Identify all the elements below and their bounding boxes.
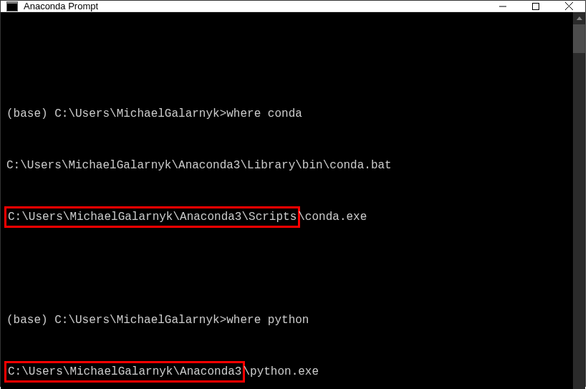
window-controls — [486, 1, 585, 11]
minimize-button[interactable] — [486, 1, 519, 11]
window-title: Anaconda Prompt — [24, 1, 486, 11]
highlighted-path: C:\Users\MichaelGalarnyk\Anaconda3 — [6, 363, 243, 380]
maximize-button[interactable] — [519, 1, 552, 11]
terminal-output[interactable]: (base) C:\Users\MichaelGalarnyk>where co… — [1, 12, 573, 389]
titlebar[interactable]: Anaconda Prompt — [1, 1, 585, 12]
svg-rect-1 — [533, 3, 539, 9]
window-frame: Anaconda Prompt (base) C:\Users\MichaelG… — [0, 0, 586, 387]
output-line: (base) C:\Users\MichaelGalarnyk>where co… — [6, 105, 567, 123]
scrollbar[interactable] — [573, 12, 585, 389]
prompt-text: (base) C:\Users\MichaelGalarnyk> — [6, 314, 226, 327]
command-text: where python — [226, 314, 309, 327]
maximize-icon — [532, 3, 539, 10]
command-text: where conda — [226, 107, 302, 120]
path-remainder: \conda.exe — [298, 211, 367, 224]
close-icon — [565, 2, 573, 10]
output-line: C:\Users\MichaelGalarnyk\Anaconda3\pytho… — [6, 363, 567, 380]
path-remainder: \python.exe — [243, 365, 319, 378]
output-line: C:\Users\MichaelGalarnyk\Anaconda3\Scrip… — [6, 208, 567, 226]
blank-line — [6, 54, 567, 71]
scrollbar-up-button[interactable] — [573, 12, 585, 24]
terminal-container: (base) C:\Users\MichaelGalarnyk>where co… — [1, 12, 585, 389]
output-line: (base) C:\Users\MichaelGalarnyk>where py… — [6, 312, 567, 329]
blank-line — [6, 260, 567, 277]
prompt-text: (base) C:\Users\MichaelGalarnyk> — [6, 107, 226, 120]
prompt-icon — [6, 1, 18, 11]
output-line: C:\Users\MichaelGalarnyk\Anaconda3\Libra… — [6, 157, 567, 174]
highlighted-path: C:\Users\MichaelGalarnyk\Anaconda3\Scrip… — [6, 208, 298, 226]
minimize-icon — [499, 3, 506, 10]
scrollbar-thumb[interactable] — [573, 24, 585, 53]
close-button[interactable] — [552, 1, 585, 11]
